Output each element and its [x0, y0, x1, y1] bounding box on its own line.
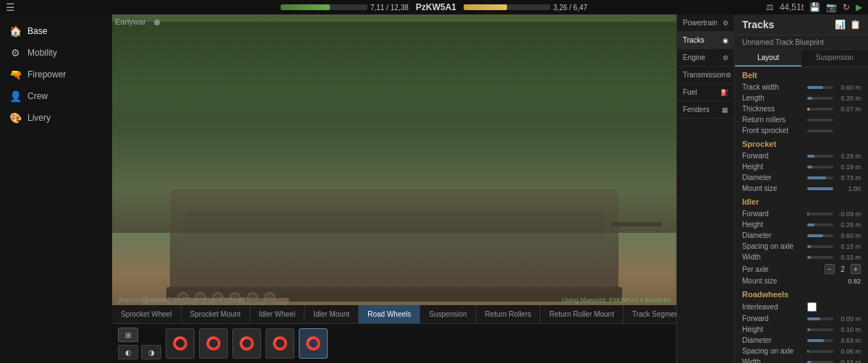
- thumb-icon-2[interactable]: ◐: [118, 345, 138, 359]
- sidebar-item-base[interactable]: 🏠 Base: [0, 20, 112, 42]
- play-icon[interactable]: ▶: [856, 2, 862, 12]
- refresh-icon[interactable]: ↻: [843, 2, 850, 12]
- value-sprocket-diameter: 0.73 m: [836, 174, 861, 182]
- slider-idler-spacing[interactable]: [807, 245, 833, 248]
- tab-sprocket-mount[interactable]: Sprocket Mount: [182, 305, 250, 323]
- prop-label-rw-height: Height: [742, 325, 807, 333]
- tab-idler-mount[interactable]: Idler Mount: [305, 305, 359, 323]
- slider-idler-height[interactable]: [807, 223, 833, 226]
- tank-gun: [611, 222, 662, 226]
- slider-rw-spacing[interactable]: [807, 350, 833, 353]
- tank-turret: [184, 211, 604, 247]
- tab-return-rollers[interactable]: Return Rollers: [477, 305, 541, 323]
- right-nav-fuel[interactable]: Fuel ⛽: [677, 84, 734, 101]
- value-idler-height: 0.28 m: [836, 221, 861, 229]
- spinner-idler-per-axle: Per axle − 2 +: [735, 262, 868, 276]
- slider-track-width[interactable]: [807, 86, 833, 89]
- right-nav-tracks[interactable]: Tracks ◉: [677, 32, 734, 49]
- prop-rw-diameter: Diameter 0.63 m: [735, 335, 868, 346]
- prop-idler-forward: Forward -0.09 m: [735, 208, 868, 219]
- prop-label-thickness: Thickness: [742, 105, 807, 113]
- slider-idler-forward[interactable]: [807, 213, 833, 215]
- transmission-label: Transmission: [683, 71, 726, 79]
- slider-front-sprocket[interactable]: [807, 129, 833, 132]
- prop-front-sprocket: Front sprocket: [735, 125, 868, 136]
- slider-thickness[interactable]: [807, 108, 833, 111]
- sidebar-item-mobility[interactable]: ⚙ Mobility: [0, 42, 112, 64]
- topbar-center: 7,11 / 12,38 PzKW5A1 3,26 / 6,47: [281, 2, 587, 12]
- tab-sprocket-wheel[interactable]: Sprocket Wheel: [112, 305, 182, 323]
- prop-label-sprocket-forward: Forward: [742, 152, 807, 160]
- value-rw-diameter: 0.63 m: [836, 337, 861, 344]
- checkbox-interleaved[interactable]: [807, 302, 817, 312]
- tracks-nav-icon: ◉: [723, 37, 728, 44]
- fenders-label: Fenders: [683, 106, 710, 114]
- powertrain-icon: ⚙: [723, 20, 728, 27]
- tab-suspension[interactable]: Suspension: [420, 305, 476, 323]
- tracks-chart-icon[interactable]: 📊: [835, 20, 846, 30]
- spinner-decrement-idler-per-axle[interactable]: −: [825, 264, 835, 274]
- fuel-icon: ⛽: [720, 89, 728, 96]
- slider-length[interactable]: [807, 97, 833, 100]
- slider-return-rollers[interactable]: [807, 119, 833, 121]
- sidebar-item-firepower[interactable]: 🔫 Firepower: [0, 64, 112, 85]
- thumb-3[interactable]: ⭕: [232, 328, 261, 359]
- thumb-icon-3[interactable]: ◑: [141, 345, 161, 359]
- layout-tab-layout[interactable]: Layout: [735, 50, 801, 67]
- tab-track-segments[interactable]: Track Segments: [624, 305, 676, 323]
- photo-icon[interactable]: 📷: [826, 2, 837, 12]
- thumb-1[interactable]: ⭕: [166, 328, 195, 359]
- tab-return-roller-mount[interactable]: Return Roller Mount: [540, 305, 623, 323]
- slider-rw-height[interactable]: [807, 328, 833, 331]
- right-nav-transmission[interactable]: Transmission ⚙: [677, 67, 734, 84]
- sidebar-item-livery[interactable]: 🎨 Livery: [0, 107, 112, 129]
- slider-idler-diameter[interactable]: [807, 234, 833, 237]
- thumb-5[interactable]: ⭕: [299, 328, 328, 359]
- tab-idler-wheel[interactable]: Idler Wheel: [250, 305, 305, 323]
- value-thickness: 0.07 m: [836, 106, 861, 113]
- health-value: 7,11 / 12,38: [370, 4, 409, 12]
- spinner-increment-idler-per-axle[interactable]: +: [851, 264, 861, 274]
- right-area: Powertrain ⚙ Tracks ◉ Engine ⚙ Transmiss…: [676, 14, 868, 363]
- prop-sprocket-height: Height 0.19 m: [735, 161, 868, 172]
- slider-sprocket-forward[interactable]: [807, 155, 833, 158]
- prop-interleaved: Interleaved: [735, 301, 868, 313]
- menu-icon[interactable]: ☰: [6, 1, 15, 13]
- prop-rw-spacing: Spacing on axle 0.06 m: [735, 346, 868, 356]
- right-nav-powertrain[interactable]: Powertrain ⚙: [677, 14, 734, 32]
- right-nav-engine[interactable]: Engine ⚙: [677, 49, 734, 67]
- main-area: 🏠 Base ⚙ Mobility 🔫 Firepower 👤 Crew 🎨 L…: [0, 14, 868, 363]
- slider-rw-diameter[interactable]: [807, 339, 833, 342]
- slider-rw-width[interactable]: [807, 361, 833, 364]
- sidebar-label-mobility: Mobility: [27, 48, 57, 58]
- tab-road-wheels[interactable]: Road Wheels: [359, 305, 420, 323]
- slider-sprocket-diameter[interactable]: [807, 176, 833, 179]
- slider-sprocket-mount[interactable]: [807, 187, 833, 190]
- save-icon[interactable]: 💾: [809, 2, 820, 12]
- value-sprocket-mount: 1.00: [836, 185, 861, 192]
- layout-tab-suspension[interactable]: Suspension: [801, 50, 868, 67]
- prop-label-sprocket-diameter: Diameter: [742, 174, 807, 182]
- viewport[interactable]: Earlywar [Pan/Shift] Focus[Alt/M] Zoom[S…: [112, 14, 676, 363]
- right-nav-fenders[interactable]: Fenders ▦: [677, 101, 734, 119]
- topbar-right: ⚖ 44,51t 💾 📷 ↻ ▶: [766, 2, 862, 12]
- thumb-icon-1[interactable]: ⊞: [118, 328, 138, 342]
- slider-rw-forward[interactable]: [807, 317, 833, 320]
- mobility-icon: ⚙: [9, 47, 22, 59]
- sidebar-label-livery: Livery: [27, 113, 51, 123]
- thumb-2[interactable]: ⭕: [199, 328, 228, 359]
- thumb-4[interactable]: ⭕: [265, 328, 294, 359]
- prop-label-rw-forward: Forward: [742, 315, 807, 323]
- slider-idler-width[interactable]: [807, 256, 833, 259]
- prop-label-idler-mount: Mount size: [742, 277, 807, 285]
- viewport-bottom-bar: Sprocket Wheel Sprocket Mount Idler Whee…: [112, 305, 676, 363]
- topbar: ☰ 7,11 / 12,38 PzKW5A1 3,26 / 6,47 ⚖ 44,…: [0, 0, 868, 14]
- left-sidebar: 🏠 Base ⚙ Mobility 🔫 Firepower 👤 Crew 🎨 L…: [0, 14, 112, 363]
- tracks-list-icon[interactable]: 📋: [850, 20, 861, 30]
- ammo-bar-fill: [464, 4, 507, 10]
- prop-label-rw-width: Width: [742, 358, 807, 363]
- slider-sprocket-height[interactable]: [807, 166, 833, 168]
- ammo-bar: [464, 4, 550, 10]
- prop-label-return-rollers: Return rollers: [742, 116, 807, 124]
- sidebar-item-crew[interactable]: 👤 Crew: [0, 85, 112, 107]
